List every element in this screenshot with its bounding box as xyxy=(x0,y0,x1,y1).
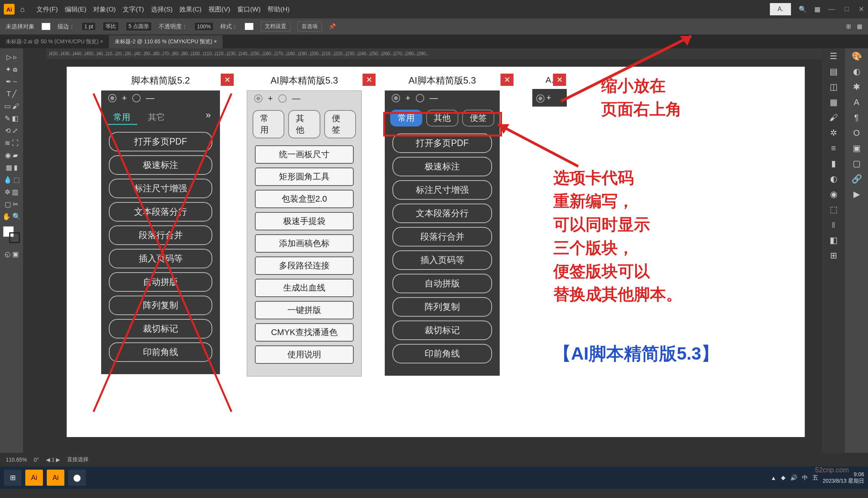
artboard-nav[interactable]: ◀ 1 ▶ xyxy=(46,457,61,463)
shape-builder-icon[interactable]: ◉ xyxy=(5,151,11,159)
eyedropper-icon[interactable]: 💧 xyxy=(3,176,12,184)
stroke-weight-select[interactable]: 1 pt xyxy=(82,22,96,31)
menu-window[interactable]: 窗口(W) xyxy=(235,4,263,15)
lasso-icon[interactable]: ɷ xyxy=(13,65,18,74)
btn-one-layout[interactable]: 一键拼版 xyxy=(255,301,354,319)
radio-1[interactable] xyxy=(254,94,263,103)
btn-box-type[interactable]: 包装盒型2.0 xyxy=(255,190,354,208)
stroke-icon[interactable]: ≡ xyxy=(831,143,836,153)
style-swatch[interactable] xyxy=(244,23,254,30)
tray-icon[interactable]: ◆ xyxy=(781,474,786,481)
radio-1[interactable] xyxy=(392,94,400,102)
rect-tool-icon[interactable]: ▭ xyxy=(4,102,11,110)
links-panel-icon[interactable]: 🔗 xyxy=(852,174,862,184)
hand-tool-icon[interactable]: ✋ xyxy=(2,212,11,221)
btn-fast-label[interactable]: 极速标注 xyxy=(392,157,492,176)
zoom-level[interactable]: 110.65% xyxy=(6,457,27,463)
free-transform-icon[interactable]: ⛶ xyxy=(12,139,19,147)
btn-dim-enhance[interactable]: 标注尺寸增强 xyxy=(392,180,492,200)
char-icon[interactable]: A xyxy=(854,97,860,107)
selection-tool-icon[interactable]: ▷ xyxy=(7,53,12,61)
brush-select[interactable]: 5 点圆形 xyxy=(126,22,152,31)
swatches-icon[interactable]: ▦ xyxy=(830,97,838,107)
tab-other[interactable]: 其它 xyxy=(141,110,172,125)
transform-icon[interactable]: ⊞ xyxy=(830,251,837,261)
width-tool-icon[interactable]: ≋ xyxy=(5,139,10,147)
doc-tab-2[interactable]: 未标题-2 @ 110.65 % (CMYK/CPU 预览) × xyxy=(109,35,223,48)
rotate-status[interactable]: 0° xyxy=(34,457,39,463)
color-guide-icon[interactable]: ◐ xyxy=(853,67,860,77)
libraries-icon[interactable]: ◫ xyxy=(830,82,838,92)
home-icon[interactable]: ⌂ xyxy=(20,5,25,14)
btn-para-merge[interactable]: 段落行合并 xyxy=(392,227,492,247)
mesh-tool-icon[interactable]: ▦ xyxy=(6,163,12,172)
symbol-spray-icon[interactable]: ✲ xyxy=(5,188,10,196)
para-icon[interactable]: ¶ xyxy=(854,113,859,123)
radio-icon[interactable] xyxy=(536,94,545,103)
btn-fast-bag[interactable]: 极速手提袋 xyxy=(255,212,354,230)
btn-array-copy[interactable]: 阵列复制 xyxy=(109,296,212,315)
slice-tool-icon[interactable]: ✂ xyxy=(13,200,18,209)
tab-common[interactable]: 常用 xyxy=(107,110,137,125)
opentype-icon[interactable]: O xyxy=(853,128,860,138)
btn-crop-mark[interactable]: 裁切标记 xyxy=(109,319,212,339)
artboards-icon[interactable]: ▢ xyxy=(853,159,861,169)
btn-fast-label[interactable]: 极速标注 xyxy=(109,155,212,175)
btn-auto-layout[interactable]: 自动拼版 xyxy=(109,272,212,292)
opacity-select[interactable]: 100% xyxy=(194,22,213,31)
search-icon[interactable]: 🔍 xyxy=(799,5,807,13)
properties-icon[interactable]: ☰ xyxy=(830,51,837,61)
gradient-icon[interactable]: ▮ xyxy=(831,159,836,169)
radio-2[interactable] xyxy=(132,94,141,102)
scale-tool-icon[interactable]: ⤢ xyxy=(12,127,18,135)
magic-wand-icon[interactable]: ✦ xyxy=(5,65,11,74)
graph-tool-icon[interactable]: ▥ xyxy=(12,188,18,196)
btn-prepress[interactable]: 印前角线 xyxy=(109,342,212,362)
brushes-icon[interactable]: 🖌 xyxy=(829,113,838,123)
fill-stroke-control[interactable] xyxy=(3,226,20,243)
ai-taskbar-icon-2[interactable]: Ai xyxy=(47,470,64,486)
chevron-icon[interactable]: » xyxy=(206,110,211,125)
btn-rect-radius[interactable]: 矩形圆角工具 xyxy=(255,168,354,186)
menu-select[interactable]: 选择(S) xyxy=(149,4,175,15)
close-button[interactable]: ✕ xyxy=(363,74,376,86)
rotate-tool-icon[interactable]: ⟲ xyxy=(5,127,11,135)
curvature-icon[interactable]: ~ xyxy=(13,78,17,86)
close-button[interactable]: ✕ xyxy=(221,74,234,86)
btn-text-para[interactable]: 文本段落分行 xyxy=(109,202,212,222)
btn-dim-enhance[interactable]: 标注尺寸增强 xyxy=(109,179,212,198)
menu-edit[interactable]: 编辑(E) xyxy=(63,4,89,15)
gradient-tool-icon[interactable]: ▮ xyxy=(14,163,18,172)
close-icon[interactable]: ✕ xyxy=(858,5,864,13)
menu-file[interactable]: 文件(F) xyxy=(34,4,60,15)
draw-mode-icon[interactable]: ◵ xyxy=(5,250,11,258)
menu-help[interactable]: 帮助(H) xyxy=(266,4,292,15)
tab-common[interactable]: 常用 xyxy=(253,110,284,138)
pin-icon[interactable]: 📌 xyxy=(329,23,336,30)
perspective-icon[interactable]: ▰ xyxy=(13,151,18,159)
layers-icon[interactable]: ▤ xyxy=(830,67,838,77)
brush-tool-icon[interactable]: 🖌 xyxy=(12,102,19,110)
close-button[interactable]: ✕ xyxy=(500,74,514,86)
screen-mode-icon[interactable]: ▣ xyxy=(12,250,19,258)
btn-auto-layout[interactable]: 自动拼版 xyxy=(392,274,492,293)
btn-crop-mark[interactable]: 裁切标记 xyxy=(392,320,492,340)
btn-text-para[interactable]: 文本段落分行 xyxy=(392,204,492,223)
snap-icon[interactable]: ⊞ xyxy=(846,23,851,30)
asset-icon[interactable]: ▣ xyxy=(853,143,861,153)
btn-unify-artboard[interactable]: 统一画板尺寸 xyxy=(255,145,354,164)
maximize-icon[interactable]: □ xyxy=(845,5,849,13)
btn-insert-page[interactable]: 插入页码等 xyxy=(392,250,492,270)
uniform-select[interactable]: 等比 xyxy=(103,22,119,31)
docked-mini-panel[interactable]: A. xyxy=(770,3,791,15)
btn-open-pdf[interactable]: 打开多页PDF xyxy=(109,132,212,151)
graphic-styles-icon[interactable]: ⬚ xyxy=(830,205,838,215)
tab-other[interactable]: 其他 xyxy=(288,110,320,138)
eraser-icon[interactable]: ◧ xyxy=(12,114,18,123)
btn-para-merge[interactable]: 段落行合并 xyxy=(109,225,212,245)
doc-setup-button[interactable]: 文档设置 xyxy=(261,21,290,31)
line-tool-icon[interactable]: ╱ xyxy=(12,90,16,98)
ime-icon[interactable]: 中 xyxy=(802,474,808,482)
tray-icon[interactable]: ▲ xyxy=(771,475,776,481)
menu-object[interactable]: 对象(O) xyxy=(91,4,118,15)
